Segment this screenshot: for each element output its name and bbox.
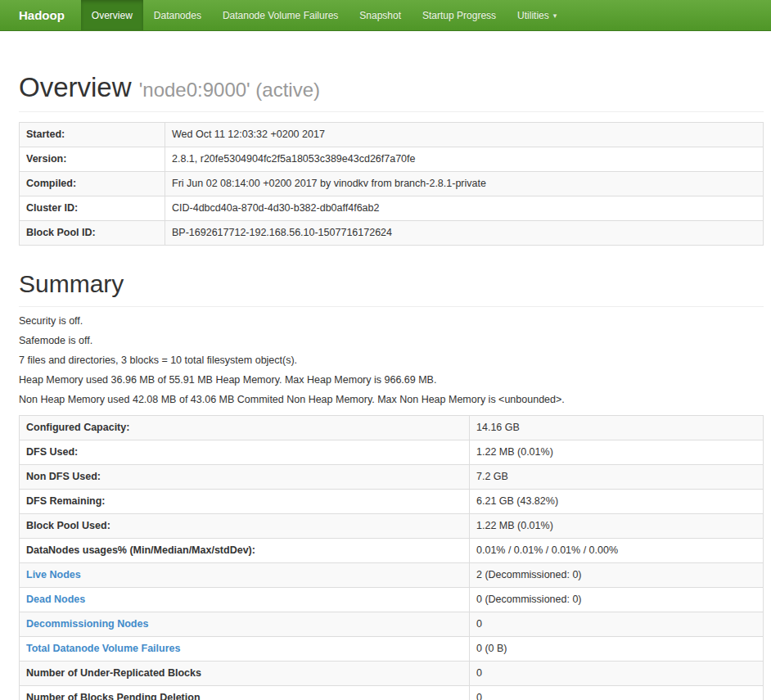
table-row: Number of Blocks Pending Deletion 0 xyxy=(20,686,764,700)
row-value: 2 (Decommissioned: 0) xyxy=(470,563,764,588)
divider xyxy=(19,111,764,112)
table-row: Cluster ID: CID-4dbcd40a-870d-4d30-b382-… xyxy=(20,196,764,221)
table-row: Decommissioning Nodes 0 xyxy=(20,612,764,637)
summary-line-safemode: Safemode is off. xyxy=(19,335,764,346)
table-row: Started: Wed Oct 11 12:03:32 +0200 2017 xyxy=(20,123,764,147)
page-title-subtitle: 'node0:9000' (active) xyxy=(139,79,320,101)
summary-line-non-heap-memory: Non Heap Memory used 42.08 MB of 43.06 M… xyxy=(19,394,764,405)
table-row: Block Pool Used: 1.22 MB (0.01%) xyxy=(20,514,764,539)
row-label: Number of Under-Replicated Blocks xyxy=(20,662,470,686)
decommissioning-nodes-link[interactable]: Decommissioning Nodes xyxy=(26,618,148,630)
nav-item-snapshot: Snapshot xyxy=(349,0,412,30)
summary-line-heap-memory: Heap Memory used 36.96 MB of 55.91 MB He… xyxy=(19,374,764,386)
nav-link-datanodes[interactable]: Datanodes xyxy=(143,0,212,30)
top-navbar: Hadoop Overview Datanodes Datanode Volum… xyxy=(0,0,771,31)
summary-line-security: Security is off. xyxy=(19,315,764,327)
row-label: Cluster ID: xyxy=(20,196,165,221)
row-value: CID-4dbcd40a-870d-4d30-b382-db0aff4f6ab2 xyxy=(165,196,764,221)
table-row: Configured Capacity: 14.16 GB xyxy=(20,416,764,440)
row-label: Non DFS Used: xyxy=(20,465,470,490)
table-row: Live Nodes 2 (Decommissioned: 0) xyxy=(20,563,764,588)
row-value: 1.22 MB (0.01%) xyxy=(470,514,764,539)
row-label: Version: xyxy=(20,147,165,172)
row-label: Configured Capacity: xyxy=(20,416,470,440)
row-label: DataNodes usages% (Min/Median/Max/stdDev… xyxy=(20,539,470,563)
row-value: 0 xyxy=(470,662,764,686)
divider xyxy=(19,306,764,307)
summary-heading: Summary xyxy=(19,270,764,298)
page-title: Overview 'node0:9000' (active) xyxy=(19,72,764,103)
nav-link-utilities-dropdown[interactable]: Utilities▾ xyxy=(507,0,567,30)
chevron-down-icon: ▾ xyxy=(553,11,557,20)
row-value: 0.01% / 0.01% / 0.01% / 0.00% xyxy=(470,539,764,563)
nav-link-overview[interactable]: Overview xyxy=(81,0,143,30)
row-value: 0 (Decommissioned: 0) xyxy=(470,588,764,612)
row-value: 14.16 GB xyxy=(470,416,764,440)
row-label: Compiled: xyxy=(20,172,165,196)
table-row: Dead Nodes 0 (Decommissioned: 0) xyxy=(20,588,764,612)
dead-nodes-link[interactable]: Dead Nodes xyxy=(26,594,85,605)
nav-utilities-label: Utilities xyxy=(517,10,549,21)
nav-menu: Overview Datanodes Datanode Volume Failu… xyxy=(81,0,567,30)
row-label: Number of Blocks Pending Deletion xyxy=(20,686,470,700)
table-row: Non DFS Used: 7.2 GB xyxy=(20,465,764,490)
row-value: 6.21 GB (43.82%) xyxy=(470,490,764,514)
row-label: Block Pool Used: xyxy=(20,514,470,539)
page-content: Overview 'node0:9000' (active) Started: … xyxy=(0,72,771,700)
summary-table: Configured Capacity: 14.16 GB DFS Used: … xyxy=(19,415,764,700)
row-label: DFS Remaining: xyxy=(20,490,470,514)
row-value: Wed Oct 11 12:03:32 +0200 2017 xyxy=(165,123,764,147)
table-row: Version: 2.8.1, r20fe5304904fc2f5a18053c… xyxy=(20,147,764,172)
summary-line-filesystem-objects: 7 files and directories, 3 blocks = 10 t… xyxy=(19,355,764,366)
namenode-info-table: Started: Wed Oct 11 12:03:32 +0200 2017 … xyxy=(19,122,764,246)
total-datanode-volume-failures-link[interactable]: Total Datanode Volume Failures xyxy=(26,643,180,654)
table-row: DataNodes usages% (Min/Median/Max/stdDev… xyxy=(20,539,764,563)
row-label: DFS Used: xyxy=(20,440,470,465)
row-label: Started: xyxy=(20,123,165,147)
row-value: 0 xyxy=(470,612,764,637)
row-value: 0 xyxy=(470,686,764,700)
table-row: DFS Remaining: 6.21 GB (43.82%) xyxy=(20,490,764,514)
table-row: DFS Used: 1.22 MB (0.01%) xyxy=(20,440,764,465)
row-value: 1.22 MB (0.01%) xyxy=(470,440,764,465)
table-row: Compiled: Fri Jun 02 08:14:00 +0200 2017… xyxy=(20,172,764,196)
page-title-text: Overview xyxy=(19,72,132,102)
nav-link-startup-progress[interactable]: Startup Progress xyxy=(412,0,507,30)
nav-link-snapshot[interactable]: Snapshot xyxy=(349,0,412,30)
nav-item-overview: Overview xyxy=(81,0,143,30)
row-label: Block Pool ID: xyxy=(20,221,165,246)
row-value: BP-1692617712-192.168.56.10-150771617262… xyxy=(165,221,764,246)
row-value: 2.8.1, r20fe5304904fc2f5a18053c389e43cd2… xyxy=(165,147,764,172)
nav-item-datanodes: Datanodes xyxy=(143,0,212,30)
nav-link-datanode-volume-failures[interactable]: Datanode Volume Failures xyxy=(212,0,349,30)
nav-item-utilities: Utilities▾ xyxy=(507,0,567,30)
table-row: Number of Under-Replicated Blocks 0 xyxy=(20,662,764,686)
nav-item-datanode-volume-failures: Datanode Volume Failures xyxy=(212,0,349,30)
live-nodes-link[interactable]: Live Nodes xyxy=(26,569,81,580)
row-value: Fri Jun 02 08:14:00 +0200 2017 by vinodk… xyxy=(165,172,764,196)
table-row: Block Pool ID: BP-1692617712-192.168.56.… xyxy=(20,221,764,246)
row-value: 0 (0 B) xyxy=(470,637,764,662)
nav-item-startup-progress: Startup Progress xyxy=(412,0,507,30)
row-value: 7.2 GB xyxy=(470,465,764,490)
brand-hadoop[interactable]: Hadoop xyxy=(0,0,81,30)
table-row: Total Datanode Volume Failures 0 (0 B) xyxy=(20,637,764,662)
